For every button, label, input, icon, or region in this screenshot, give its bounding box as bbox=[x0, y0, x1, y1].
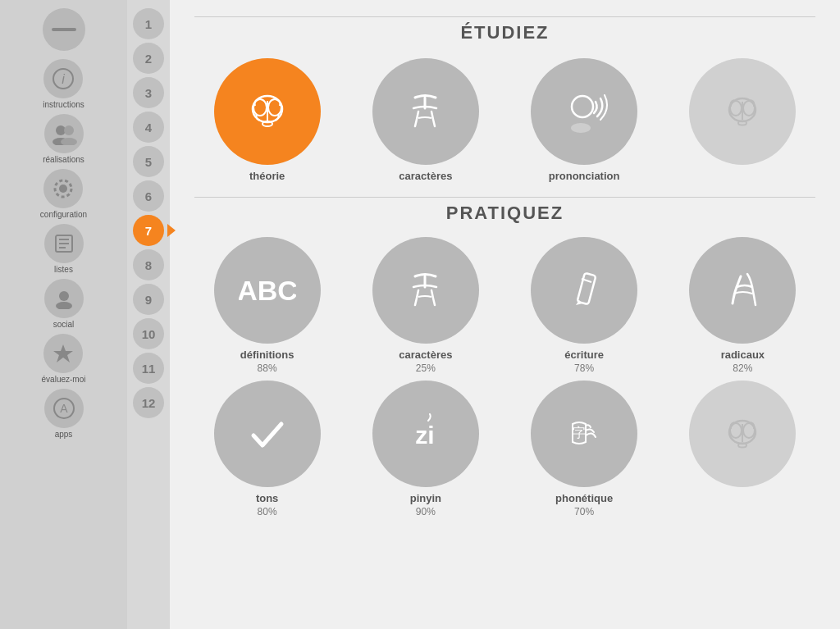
sidebar-label-social: social bbox=[53, 320, 75, 329]
definitions-pct: 88% bbox=[258, 362, 277, 374]
ecriture-circle bbox=[531, 237, 637, 344]
definitions-circle: ABC bbox=[214, 237, 321, 344]
sidebar-item-apps[interactable]: A apps bbox=[44, 389, 84, 439]
pinyin-label: pinyin bbox=[410, 492, 441, 504]
sidebar-item-configuration[interactable]: configuration bbox=[40, 169, 87, 219]
caracteres-p-label: caractères bbox=[399, 349, 452, 361]
svg-point-26 bbox=[743, 101, 755, 116]
sidebar-label-instructions: instructions bbox=[43, 100, 84, 109]
card-radicaux[interactable]: radicaux 82% bbox=[670, 237, 815, 374]
sidebar-top-icon[interactable] bbox=[43, 8, 85, 51]
svg-marker-14 bbox=[53, 344, 73, 362]
sidebar-item-social[interactable]: social bbox=[44, 279, 84, 329]
card-phonetique[interactable]: 字 phonétique 70% bbox=[512, 381, 657, 517]
svg-point-21 bbox=[262, 121, 272, 126]
svg-point-13 bbox=[56, 302, 72, 309]
prononciation-circle bbox=[531, 58, 637, 165]
sidebar-label-realisations: réalisations bbox=[43, 155, 84, 164]
radicaux-circle bbox=[689, 237, 796, 344]
etudiez-grid: théorie caractères bbox=[194, 58, 815, 182]
sidebar-item-instructions[interactable]: i instructions bbox=[43, 59, 84, 109]
phonetique-label: phonétique bbox=[555, 492, 613, 504]
card-pinyin[interactable]: zi pinyin 90% bbox=[353, 381, 498, 517]
svg-text:A: A bbox=[60, 402, 68, 415]
card-brain-light[interactable] bbox=[670, 58, 815, 182]
theorie-circle bbox=[214, 58, 321, 165]
tons-label: tons bbox=[256, 492, 278, 504]
num-7[interactable]: 7 bbox=[133, 215, 164, 246]
svg-point-23 bbox=[571, 123, 591, 133]
sidebar-item-evaluez-moi[interactable]: évaluez-moi bbox=[42, 334, 86, 384]
ecriture-pct: 78% bbox=[574, 362, 594, 374]
star-icon bbox=[43, 334, 83, 373]
num-5[interactable]: 5 bbox=[133, 146, 164, 177]
svg-point-3 bbox=[64, 125, 74, 135]
sidebar-item-listes[interactable]: listes bbox=[44, 224, 84, 274]
pratiquez-row2: tons 80% zi pinyin 90% bbox=[194, 381, 815, 517]
caracteres-p-circle bbox=[372, 237, 479, 344]
pratiquez-row1: ABC définitions 88% bbox=[194, 237, 815, 374]
pratiquez-title: PRATIQUEZ bbox=[194, 203, 815, 224]
svg-rect-30 bbox=[577, 272, 596, 303]
caracteres-e-circle bbox=[372, 58, 479, 165]
number-column: 1 2 3 4 5 6 7 8 9 10 11 12 bbox=[127, 0, 170, 629]
dash-icon bbox=[52, 28, 76, 31]
num-4[interactable]: 4 bbox=[133, 112, 164, 143]
svg-point-28 bbox=[738, 121, 746, 125]
radicaux-label: radicaux bbox=[721, 349, 765, 361]
gear-icon bbox=[43, 169, 83, 208]
svg-point-25 bbox=[730, 101, 742, 116]
info-icon: i bbox=[43, 59, 83, 98]
radicaux-pct: 82% bbox=[733, 362, 752, 374]
card-ecriture[interactable]: écriture 78% bbox=[512, 237, 657, 374]
sidebar-label-evaluez: évaluez-moi bbox=[42, 375, 86, 384]
etudiez-title: ÉTUDIEZ bbox=[194, 22, 815, 43]
definitions-label: définitions bbox=[240, 349, 294, 361]
top-divider bbox=[194, 16, 815, 17]
card-tons[interactable]: tons 80% bbox=[194, 381, 340, 517]
svg-point-38 bbox=[738, 443, 746, 447]
num-12[interactable]: 12 bbox=[133, 387, 164, 418]
sidebar-label-apps: apps bbox=[55, 430, 73, 439]
sidebar: i instructions réalisations configuratio… bbox=[0, 0, 127, 629]
theorie-label: théorie bbox=[249, 170, 285, 182]
card-definitions[interactable]: ABC définitions 88% bbox=[194, 237, 340, 374]
num-9[interactable]: 9 bbox=[133, 284, 164, 315]
svg-text:zi: zi bbox=[416, 422, 435, 449]
caracteres-e-label: caractères bbox=[399, 170, 452, 182]
phonetique-circle: 字 bbox=[531, 381, 637, 487]
card-caracteres-p[interactable]: caractères 25% bbox=[353, 237, 498, 374]
svg-text:i: i bbox=[62, 72, 66, 86]
list-icon bbox=[44, 224, 84, 263]
main-content: ÉTUDIEZ bbox=[170, 0, 840, 629]
realisations-icon bbox=[44, 114, 84, 153]
brain2-circle bbox=[689, 381, 796, 487]
card-theorie[interactable]: théorie bbox=[194, 58, 340, 182]
sidebar-label-configuration: configuration bbox=[40, 210, 87, 219]
apps-icon: A bbox=[44, 389, 84, 428]
svg-point-35 bbox=[730, 423, 742, 438]
num-1[interactable]: 1 bbox=[133, 8, 164, 39]
num-3[interactable]: 3 bbox=[133, 77, 164, 108]
svg-text:字: 字 bbox=[573, 426, 586, 440]
num-6[interactable]: 6 bbox=[133, 180, 164, 212]
tons-circle bbox=[214, 381, 321, 487]
tons-pct: 80% bbox=[258, 506, 277, 517]
pinyin-pct: 90% bbox=[416, 506, 436, 517]
card-caracteres-e[interactable]: caractères bbox=[353, 58, 498, 182]
svg-point-12 bbox=[59, 291, 69, 301]
prononciation-label: prononciation bbox=[549, 170, 620, 182]
caracteres-p-pct: 25% bbox=[416, 362, 436, 374]
mid-divider bbox=[194, 197, 815, 198]
num-11[interactable]: 11 bbox=[133, 353, 164, 384]
num-10[interactable]: 10 bbox=[133, 318, 164, 349]
svg-point-36 bbox=[743, 423, 755, 438]
brain-light-circle bbox=[689, 58, 796, 165]
sidebar-item-realisations[interactable]: réalisations bbox=[43, 114, 84, 164]
card-brain2[interactable] bbox=[670, 381, 815, 517]
card-prononciation[interactable]: prononciation bbox=[512, 58, 657, 182]
svg-point-6 bbox=[59, 185, 67, 193]
num-2[interactable]: 2 bbox=[133, 43, 164, 74]
num-8[interactable]: 8 bbox=[133, 249, 164, 280]
social-icon bbox=[44, 279, 84, 318]
